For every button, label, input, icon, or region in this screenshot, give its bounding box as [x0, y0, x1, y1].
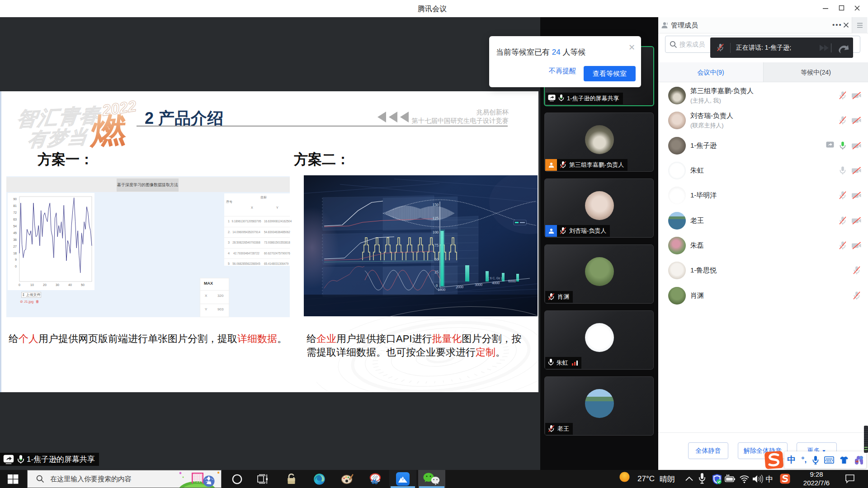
svg-text:50: 50	[81, 283, 85, 286]
svg-text:90: 90	[13, 197, 17, 201]
svg-text:( 6 C, Gs ): ( 6 C, Gs )	[488, 277, 502, 280]
svg-text:18: 18	[13, 252, 17, 255]
svg-text:63: 63	[13, 218, 17, 221]
svg-text:125: 125	[433, 216, 439, 221]
svg-text:10: 10	[30, 283, 34, 286]
svg-text:25: 25	[434, 270, 439, 274]
svg-text:27: 27	[13, 245, 17, 248]
svg-text:6000: 6000	[508, 279, 516, 283]
svg-text:0: 0	[19, 283, 20, 286]
svg-text:72: 72	[13, 211, 17, 214]
svg-text:54: 54	[13, 225, 17, 228]
svg-text:100: 100	[433, 230, 439, 235]
svg-text:75: 75	[434, 243, 439, 248]
svg-text:4000: 4000	[492, 281, 500, 285]
svg-text:50: 50	[434, 257, 439, 262]
svg-text:20: 20	[43, 283, 47, 286]
svg-text:40: 40	[68, 283, 72, 286]
svg-text:150: 150	[433, 202, 439, 207]
svg-text:0: 0	[15, 265, 17, 268]
svg-text:30: 30	[56, 283, 59, 286]
svg-text:45: 45	[13, 231, 17, 235]
svg-text:9: 9	[15, 258, 17, 261]
svg-text:81: 81	[13, 204, 17, 207]
svg-text:36: 36	[13, 238, 17, 241]
